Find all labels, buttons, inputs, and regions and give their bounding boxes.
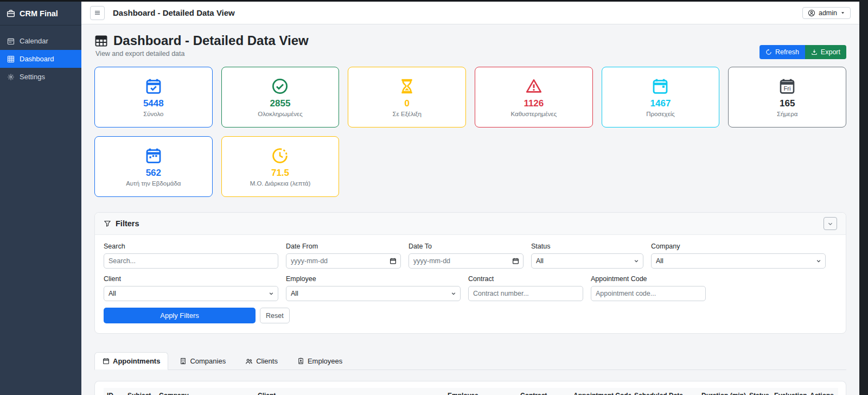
stat-value: 562 bbox=[146, 168, 161, 179]
col-header-id[interactable]: ID bbox=[104, 388, 124, 395]
client-select[interactable]: All bbox=[104, 286, 278, 301]
stat-value: 0 bbox=[404, 98, 409, 109]
filters-header: Filters bbox=[95, 213, 846, 235]
search-input[interactable] bbox=[104, 253, 278, 269]
stat-label: Σε Εξέλιξη bbox=[393, 111, 422, 117]
client-label: Client bbox=[104, 275, 278, 283]
stat-label: Αυτή την Εβδομάδα bbox=[126, 180, 181, 187]
user-label: admin bbox=[819, 9, 837, 17]
tab-clients[interactable]: Clients bbox=[237, 352, 286, 370]
date-to-input[interactable] bbox=[409, 253, 524, 269]
filters-collapse-button[interactable] bbox=[824, 217, 837, 230]
filters-title: Filters bbox=[116, 219, 139, 228]
filters-body: Search Date From bbox=[95, 235, 846, 333]
col-header-scheduled-date[interactable]: Scheduled Date bbox=[631, 388, 698, 395]
funnel-icon bbox=[104, 220, 111, 227]
tab-appointments[interactable]: Appointments bbox=[94, 352, 168, 370]
stat-label: Καθυστερημένες bbox=[510, 111, 557, 117]
hamburger-icon bbox=[94, 9, 101, 16]
stat-value: 71.5 bbox=[271, 168, 289, 179]
date-from-label: Date From bbox=[286, 243, 401, 250]
filter-field-contract: Contract bbox=[468, 275, 583, 301]
sidebar-item-calendar[interactable]: Calendar bbox=[0, 32, 81, 50]
hourglass-icon bbox=[398, 78, 416, 97]
col-header-duration[interactable]: Duration (min) bbox=[698, 388, 746, 395]
brand-label: CRM Final bbox=[20, 9, 58, 18]
stat-card-in-progress: 0 Σε Εξέλιξη bbox=[348, 67, 466, 128]
tab-companies[interactable]: Companies bbox=[171, 352, 234, 370]
reset-filters-button[interactable]: Reset bbox=[260, 308, 290, 323]
stat-card-total: 5448 Σύνολο bbox=[94, 67, 213, 128]
sidebar-nav: Calendar Dashboard Settings bbox=[0, 26, 81, 86]
warning-triangle-icon bbox=[525, 78, 542, 97]
export-button[interactable]: Export bbox=[805, 45, 846, 59]
col-header-subject[interactable]: Subject bbox=[124, 388, 156, 395]
clock-history-icon bbox=[271, 147, 289, 167]
sidebar-item-settings[interactable]: Settings bbox=[0, 68, 81, 86]
tab-label: Appointments bbox=[113, 357, 160, 365]
col-header-status[interactable]: Status bbox=[746, 388, 771, 395]
browser-scrollbar[interactable] bbox=[859, 0, 868, 395]
sidebar-toggle-button[interactable] bbox=[90, 6, 105, 20]
table-icon bbox=[94, 34, 108, 48]
refresh-icon bbox=[765, 49, 772, 55]
user-menu-button[interactable]: admin bbox=[802, 7, 851, 19]
export-label: Export bbox=[821, 48, 840, 56]
appointment-code-input[interactable] bbox=[591, 286, 706, 301]
stat-label: Προσεχείς bbox=[646, 111, 675, 117]
calendar-event-icon bbox=[652, 78, 669, 97]
stat-label: Μ.Ο. Διάρκεια (λεπτά) bbox=[250, 180, 311, 187]
building-icon bbox=[180, 358, 187, 365]
col-header-appointment-code[interactable]: Appointment Code bbox=[570, 388, 631, 395]
people-icon bbox=[245, 358, 253, 365]
stat-value: 2855 bbox=[270, 98, 291, 109]
stat-card-this-week: 562 Αυτή την Εβδομάδα bbox=[94, 136, 213, 197]
appointments-table: ID Subject Company Client Employee Contr… bbox=[104, 388, 838, 395]
status-label: Status bbox=[531, 243, 643, 250]
stat-card-avg-duration: 71.5 Μ.Ο. Διάρκεια (λεπτά) bbox=[221, 136, 340, 197]
page-content: Dashboard - Detailed Data View View and … bbox=[81, 24, 859, 395]
filter-field-search: Search bbox=[104, 243, 278, 269]
filter-field-status: Status All bbox=[531, 243, 643, 269]
col-header-client[interactable]: Client bbox=[254, 388, 444, 395]
table-grid-icon bbox=[7, 55, 15, 63]
stat-value: 1467 bbox=[650, 98, 671, 109]
filter-field-date-from: Date From bbox=[286, 243, 401, 269]
apply-filters-button[interactable]: Apply Filters bbox=[104, 308, 256, 323]
svg-text:Fri: Fri bbox=[784, 85, 791, 92]
person-circle-icon bbox=[808, 9, 815, 17]
employee-select[interactable]: All bbox=[286, 286, 461, 301]
head-actions: Refresh Export bbox=[760, 45, 846, 59]
status-select[interactable]: All bbox=[531, 253, 643, 269]
date-from-input[interactable] bbox=[286, 253, 401, 269]
sidebar-item-dashboard[interactable]: Dashboard bbox=[0, 50, 81, 68]
refresh-button[interactable]: Refresh bbox=[760, 45, 805, 59]
stat-label: Σύνολο bbox=[143, 111, 163, 117]
calendar-fri-icon: Fri bbox=[778, 78, 796, 97]
contract-input[interactable] bbox=[468, 286, 583, 301]
check-circle-icon bbox=[271, 78, 289, 97]
app-window: CRM Final Calendar Dashboard Settings bbox=[0, 2, 859, 395]
company-select[interactable]: All bbox=[651, 253, 826, 269]
company-label: Company bbox=[651, 243, 826, 250]
stat-card-completed: 2855 Ολοκληρωμένες bbox=[221, 67, 340, 128]
col-header-evaluation[interactable]: Evaluation bbox=[771, 388, 807, 395]
col-header-company[interactable]: Company bbox=[156, 388, 254, 395]
main-area: Dashboard - Detailed Data View admin bbox=[81, 2, 859, 395]
page-head: Dashboard - Detailed Data View View and … bbox=[94, 33, 846, 59]
stat-card-today: Fri 165 Σήμερα bbox=[728, 67, 846, 128]
calendar-week-icon bbox=[145, 147, 162, 167]
col-header-employee[interactable]: Employee bbox=[444, 388, 517, 395]
col-header-actions[interactable]: Actions bbox=[807, 388, 838, 395]
stat-value: 165 bbox=[780, 98, 795, 109]
filter-field-company: Company All bbox=[651, 243, 826, 269]
date-to-label: Date To bbox=[409, 243, 524, 250]
calendar-icon bbox=[7, 37, 15, 45]
col-header-contract[interactable]: Contract bbox=[517, 388, 570, 395]
tab-label: Companies bbox=[190, 357, 226, 365]
sidebar: CRM Final Calendar Dashboard Settings bbox=[0, 2, 81, 395]
data-table-card: ID Subject Company Client Employee Contr… bbox=[94, 381, 846, 395]
person-badge-icon bbox=[297, 358, 304, 365]
calendar-icon bbox=[103, 358, 110, 365]
tab-employees[interactable]: Employees bbox=[289, 352, 350, 370]
